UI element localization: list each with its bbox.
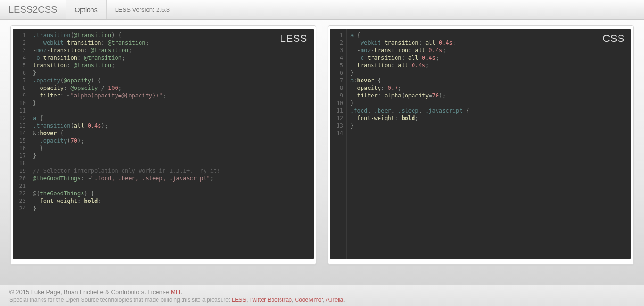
less-code[interactable]: .transition(@transition) { -webkit-trans… [29, 29, 224, 259]
footer-link[interactable]: Aurelia [326, 297, 343, 303]
css-editor[interactable]: 1234567891011121314 a { -webkit-transiti… [330, 29, 631, 259]
footer: © 2015 Luke Page, Brian Frichette & Cont… [0, 284, 644, 306]
css-panel: CSS 1234567891011121314 a { -webkit-tran… [328, 25, 634, 265]
footer-link[interactable]: LESS [232, 297, 247, 303]
footer-thanks: Special thanks for the Open Source techn… [9, 297, 635, 303]
version-label: LESS Version: 2.5.3 [107, 0, 178, 19]
css-code[interactable]: a { -webkit-transition: all 0.4s; -moz-t… [347, 29, 473, 259]
footer-link[interactable]: Twitter Bootstrap [249, 297, 292, 303]
footer-thanks-suffix: . [343, 297, 345, 303]
less-editor[interactable]: 123456789101112131415161718192021222324 … [13, 29, 314, 259]
less-panel: LESS 12345678910111213141516171819202122… [10, 25, 316, 265]
footer-thanks-text: Special thanks for the Open Source techn… [9, 297, 232, 303]
brand-title: LESS2CSS [0, 0, 66, 19]
workspace: LESS 12345678910111213141516171819202122… [0, 20, 644, 270]
license-link[interactable]: MIT [171, 289, 181, 296]
top-bar: LESS2CSS Options LESS Version: 2.5.3 [0, 0, 644, 20]
options-button[interactable]: Options [66, 0, 106, 19]
footer-copyright-suffix: . [181, 289, 182, 296]
css-gutter: 1234567891011121314 [330, 29, 347, 259]
footer-copyright-text: © 2015 Luke Page, Brian Frichette & Cont… [9, 289, 171, 296]
less-gutter: 123456789101112131415161718192021222324 [13, 29, 29, 259]
footer-link[interactable]: CodeMirror [295, 297, 322, 303]
footer-copyright: © 2015 Luke Page, Brian Frichette & Cont… [9, 289, 635, 296]
